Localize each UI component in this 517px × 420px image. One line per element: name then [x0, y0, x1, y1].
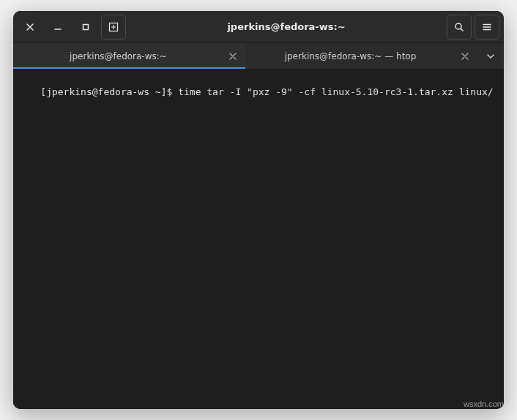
- tab-2[interactable]: jperkins@fedora-ws:~ — htop: [245, 43, 477, 69]
- minimize-button[interactable]: [45, 15, 70, 40]
- terminal-window: jperkins@fedora-ws:~ jperkins@fedora-ws:…: [13, 11, 504, 409]
- minimize-icon: [53, 23, 62, 31]
- tab-1[interactable]: jperkins@fedora-ws:~: [13, 43, 245, 69]
- tab-label: jperkins@fedora-ws:~ — htop: [251, 51, 450, 61]
- tab-close-button[interactable]: [458, 50, 472, 63]
- tabs-dropdown-button[interactable]: [477, 43, 504, 69]
- new-tab-icon: [108, 22, 119, 32]
- search-button[interactable]: [447, 15, 472, 40]
- svg-rect-0: [83, 24, 89, 29]
- tab-close-button[interactable]: [226, 50, 239, 63]
- watermark-text: wsxdn.com: [464, 400, 504, 408]
- maximize-button[interactable]: [73, 15, 98, 40]
- svg-rect-1: [110, 23, 118, 31]
- command-text: time tar -I "pxz -9" -cf linux-5.10-rc3-…: [178, 86, 493, 97]
- svg-point-2: [455, 23, 461, 29]
- shell-prompt: [jperkins@fedora-ws ~]$: [40, 86, 178, 97]
- menu-button[interactable]: [475, 15, 499, 40]
- close-button[interactable]: [18, 15, 42, 40]
- search-icon: [454, 22, 464, 32]
- titlebar: jperkins@fedora-ws:~: [13, 11, 504, 43]
- close-icon: [26, 23, 34, 31]
- chevron-down-icon: [486, 52, 495, 61]
- tab-bar: jperkins@fedora-ws:~ jperkins@fedora-ws:…: [13, 43, 504, 70]
- terminal-area[interactable]: [jperkins@fedora-ws ~]$ time tar -I "pxz…: [13, 70, 504, 409]
- hamburger-icon: [482, 22, 492, 32]
- close-icon: [229, 53, 237, 60]
- window-title: jperkins@fedora-ws:~: [129, 21, 444, 32]
- tab-label: jperkins@fedora-ws:~: [19, 51, 217, 61]
- maximize-icon: [81, 23, 90, 31]
- new-tab-button[interactable]: [101, 15, 126, 40]
- close-icon: [461, 53, 469, 60]
